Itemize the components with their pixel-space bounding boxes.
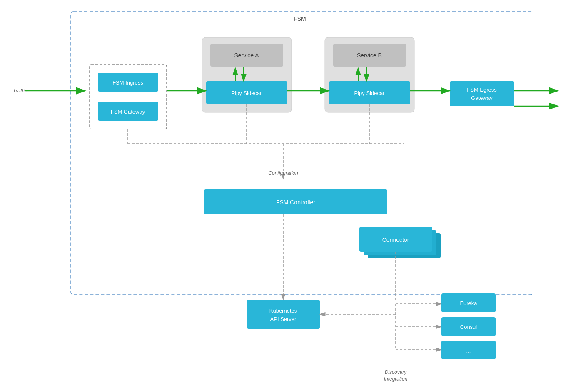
eureka-label: Eureka xyxy=(460,300,477,306)
fsm-gateway-label: FSM Gateway xyxy=(111,109,145,115)
fsm-egress-gateway-box xyxy=(450,81,514,106)
fsm-egress-gateway-label-1: FSM Egress xyxy=(467,87,497,93)
fsm-egress-gateway-label-2: Gateway xyxy=(471,95,493,101)
pipy-sidecar-b-label: Pipy Sidecar xyxy=(354,90,385,96)
kubernetes-api-box xyxy=(247,300,320,329)
kubernetes-api-label-2: API Server xyxy=(270,316,297,322)
fsm-label: FSM xyxy=(294,15,306,22)
connector-label: Connector xyxy=(382,236,409,243)
service-a-label: Service A xyxy=(234,52,259,59)
kubernetes-api-label-1: Kubernetes xyxy=(269,308,297,314)
discovery-integration-label-1: Discovery xyxy=(385,369,407,375)
discovery-integration-label-2: Integration xyxy=(384,376,408,382)
ellipsis-label: ... xyxy=(466,348,471,354)
fsm-ingress-label: FSM Ingress xyxy=(112,80,143,86)
fsm-controller-label: FSM Controller xyxy=(276,199,315,206)
service-b-label: Service B xyxy=(357,52,382,59)
configuration-label: Configuration xyxy=(268,170,298,176)
pipy-sidecar-a-label: Pipy Sidecar xyxy=(232,90,262,96)
diagram-container: FSM Traffic FSM Ingress FSM Gateway Serv… xyxy=(0,0,588,388)
consul-label: Consul xyxy=(460,324,477,330)
fsm-border xyxy=(71,12,533,295)
